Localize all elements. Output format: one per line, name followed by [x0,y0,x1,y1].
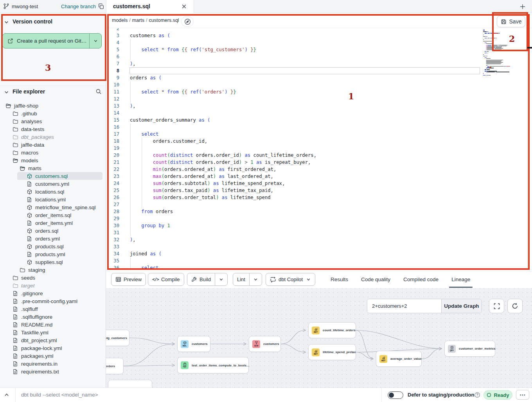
file-tree-item-supplies-sql[interactable]: supplies.sql [0,258,106,266]
build-button[interactable]: Build [187,273,228,286]
lineage-node-lifetime-spend-pretax[interactable]: METlifetime_spend_pretax [308,344,356,360]
section-divider [0,86,106,86]
lineage-canvas[interactable]: MDLstg_customersMDLordersMDLcustomersTST… [106,288,532,388]
code-line-20: 20 count(distinct orders.order_id) as co… [106,152,532,159]
lineage-node-customers[interactable]: MDLcustomers [177,336,210,352]
file-tree-item--sqlfluff[interactable]: .sqlfluff [0,305,106,313]
lint-button[interactable]: Lint [233,273,262,286]
update-graph-button[interactable]: Update Graph [441,299,482,313]
new-tab-button[interactable] [517,1,528,12]
help-icon[interactable] [474,392,480,398]
file-info-button[interactable] [181,16,194,27]
lineage-node-customer-order-metrics[interactable]: QRYcustomer_order_metrics [444,341,495,357]
toolbar-button-label: Build [200,276,211,282]
file-tree-item-target[interactable]: target [0,282,106,289]
tab-results[interactable]: Results [329,270,349,288]
lineage-node-partial[interactable] [108,380,152,388]
breadcrumb-part[interactable]: models [112,18,128,23]
file-tree-item-orders-yml[interactable]: orders.yml [0,235,106,242]
dbt-copilot-button[interactable]: dbt Copilot [266,273,315,286]
file-tree-item-packages-yml[interactable]: packages.yml [0,352,106,360]
lineage-node-average-order-value[interactable]: METaverage_order_value [376,351,422,367]
node-label: test_order_items_compute_to_bools… [192,364,250,367]
search-icon[interactable] [95,88,102,95]
file-tree-item-taskfile-yml[interactable]: Taskfile.yml [0,328,106,336]
pr-dropdown-caret[interactable] [89,34,101,48]
folder-open-icon [12,157,18,163]
change-branch-link[interactable]: Change branch [61,4,96,9]
chevron-up-icon[interactable] [4,392,9,398]
file-tree-item-locations-yml[interactable]: locations.yml [0,196,106,203]
build-dropdown-caret[interactable] [215,273,227,285]
breadcrumb: models/marts/customers.sql [112,18,179,23]
file-tree-item-requirements-in[interactable]: requirements.in [0,360,106,368]
compile-button[interactable]: </>Compile [148,273,184,286]
folder-icon [12,134,18,140]
fullscreen-button[interactable] [489,299,504,313]
node-label: customers [192,342,207,346]
file-tree-item-macros[interactable]: macros [0,149,106,156]
file-tree-item--github[interactable]: .github [0,109,106,117]
tab-compiled-code[interactable]: Compiled code [402,270,440,288]
file-tree-item-jaffle-shop[interactable]: jaffle-shop [0,102,106,109]
create-pull-request-button[interactable]: Create a pull request on Git… [2,33,102,48]
lineage-node-test-order-items-compute-to-bools-[interactable]: TSTtest_order_items_compute_to_bools… [177,357,249,373]
code-lines: 23customers as (45 select * from {{ ref(… [106,28,532,270]
doc-icon [12,337,18,343]
file-tree-item-customers-yml[interactable]: customers.yml [0,180,106,188]
copy-branch-icon[interactable] [98,3,104,10]
file-tree-item--gitignore[interactable]: .gitignore [0,289,106,297]
command-input[interactable]: dbt build --select <model_name> [21,392,98,398]
file-explorer-header[interactable]: File explorer [0,88,106,96]
more-options-button[interactable]: ⋯ [516,390,529,400]
save-button[interactable]: Save [497,16,525,27]
lineage-node-count-lifetime-orders[interactable]: METcount_lifetime_orders [308,322,356,338]
tab-code-quality[interactable]: Code quality [360,270,392,288]
file-tree-item-order-items-sql[interactable]: order_items.sql [0,211,106,219]
lint-dropdown-caret[interactable] [249,273,262,285]
code-editor[interactable]: 23customers as (45 select * from {{ ref(… [106,28,532,270]
preview-button[interactable]: Preview [111,273,146,286]
file-tree-item--pre-commit-config-yaml[interactable]: .pre-commit-config.yaml [0,297,106,305]
refresh-button[interactable] [507,299,523,313]
file-tree-item-seeds[interactable]: seeds [0,274,106,282]
breadcrumb-row: models/marts/customers.sql Save [106,13,532,28]
file-tree-item-metricflow-time-spine-sql[interactable]: metricflow_time_spine.sql [0,203,106,211]
doc-icon [26,181,32,187]
tab-lineage[interactable]: Lineage [450,270,471,288]
doc-icon [12,298,18,304]
lineage-node-stg-customers[interactable]: MDLstg_customers [106,330,129,346]
file-tree-item-package-lock-yml[interactable]: package-lock.yml [0,344,106,352]
file-tree-item-products-yml[interactable]: products.yml [0,250,106,258]
file-tree-item-orders-sql[interactable]: orders.sql [0,227,106,235]
file-tree-item--sqlfluffignore[interactable]: .sqlfluffignore [0,313,106,321]
file-tree-item-locations-sql[interactable]: locations.sql [0,188,106,196]
tab-close-icon[interactable] [181,4,187,9]
file-tree-item-staging[interactable]: staging [0,266,106,274]
file-tree-item-readme-md[interactable]: README.md [0,321,106,328]
file-tree-item-marts[interactable]: marts [0,164,106,172]
file-tree-item-dbt-packages[interactable]: dbt_packages [0,133,106,141]
file-tree-item-jaffle-data[interactable]: jaffle-data [0,141,106,149]
lineage-node-orders[interactable]: MDLorders [106,358,124,374]
status-badge-ready[interactable]: Ready [483,390,512,400]
save-icon [501,19,507,25]
active-line-highlight [129,67,480,74]
file-tree-item-data-tests[interactable]: data-tests [0,125,106,133]
file-tree-item-order-items-yml[interactable]: order_items.yml [0,219,106,227]
breadcrumb-part[interactable]: customers.sql [149,18,179,23]
lineage-node-customers[interactable]: SEMcustomers [249,336,281,352]
file-tree-item-products-sql[interactable]: products.sql [0,242,106,250]
file-tree-item-analyses[interactable]: analyses [0,117,106,125]
file-tree-item-requirements-txt[interactable]: requirements.txt [0,368,106,375]
breadcrumb-part[interactable]: marts [132,18,144,23]
file-tree-item-dbt-project-yml[interactable]: dbt_project.yml [0,336,106,344]
divider [381,388,382,402]
lineage-search-input[interactable]: 2+customers+2 [367,299,441,313]
version-control-header[interactable]: Version control [0,18,106,26]
defer-toggle[interactable] [388,391,403,399]
file-tree-item-customers-sql[interactable]: customers.sql [0,172,106,180]
tab-customers-sql[interactable]: customers.sql [106,0,194,13]
sql-icon [26,212,32,218]
file-tree-item-models[interactable]: models [0,156,106,164]
